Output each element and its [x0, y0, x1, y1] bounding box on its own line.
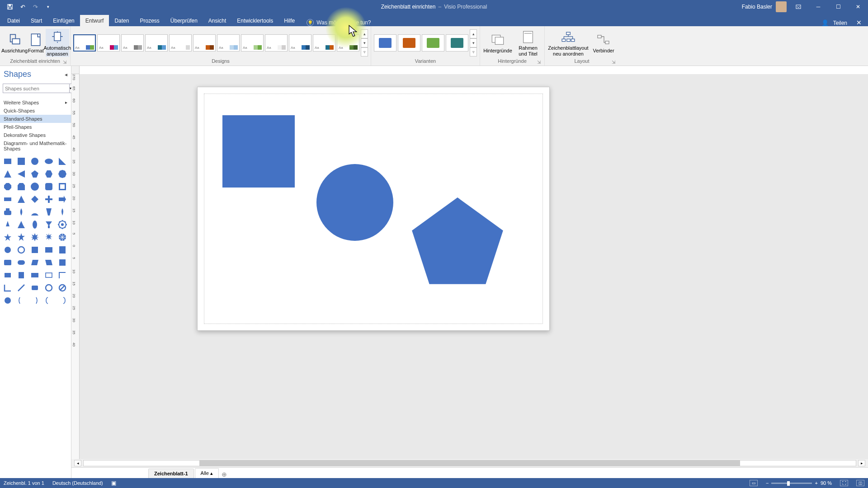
design-thumb-8[interactable]: Aa: [265, 34, 288, 52]
shape-item-33[interactable]: [44, 232, 54, 242]
shape-item-18[interactable]: [44, 194, 54, 204]
shape-item-13[interactable]: [44, 182, 54, 192]
shape-item-39[interactable]: [57, 245, 67, 255]
scroll-left[interactable]: ◂: [74, 460, 81, 466]
connectors-button[interactable]: Verbinder: [591, 32, 616, 54]
shape-item-4[interactable]: [57, 156, 67, 166]
shape-item-59[interactable]: [57, 296, 67, 305]
shape-item-0[interactable]: [3, 156, 13, 166]
add-page[interactable]: ⊕: [220, 471, 229, 478]
tab-entwicklertools[interactable]: Entwicklertools: [231, 15, 278, 26]
canvas[interactable]: [80, 74, 868, 459]
user-avatar[interactable]: [776, 1, 787, 12]
orientation-button[interactable]: Ausrichtung: [3, 32, 26, 54]
ribbon-close[interactable]: ✕: [852, 19, 866, 26]
variant-up[interactable]: ▴: [470, 29, 477, 38]
shape-item-32[interactable]: [30, 232, 40, 242]
qat-save[interactable]: [4, 0, 16, 14]
canvas-shape-circle[interactable]: [316, 164, 393, 241]
tab-einfügen[interactable]: Einfügen: [47, 15, 80, 26]
gallery-up[interactable]: ▴: [361, 29, 368, 38]
setup-dialog-launcher[interactable]: ⇲: [62, 58, 67, 64]
variant-0[interactable]: [374, 34, 396, 52]
scroll-right[interactable]: ▸: [858, 460, 865, 466]
zoom-value[interactable]: 90 %: [821, 480, 832, 486]
design-thumb-7[interactable]: Aa: [241, 34, 264, 52]
shape-item-21[interactable]: [16, 207, 26, 217]
zoom-slider[interactable]: [771, 483, 812, 484]
status-lang[interactable]: Deutsch (Deutschland): [52, 480, 103, 486]
design-thumb-4[interactable]: Aa: [169, 34, 192, 52]
stencil-diagramm-und-mathematik-shapes[interactable]: Diagramm- und Mathematik-Shapes: [0, 139, 71, 153]
shape-item-42[interactable]: [30, 258, 40, 267]
stencil-standard-shapes[interactable]: Standard-Shapes: [0, 115, 71, 123]
shape-item-46[interactable]: [16, 270, 26, 280]
shape-item-1[interactable]: [16, 156, 26, 166]
shape-item-38[interactable]: [44, 245, 54, 255]
shapes-collapse[interactable]: ◂: [65, 71, 67, 78]
format-button[interactable]: Format: [28, 32, 44, 54]
shape-item-29[interactable]: [57, 220, 67, 230]
variant-more[interactable]: ▿: [470, 47, 477, 56]
design-thumb-0[interactable]: Aa: [73, 34, 96, 52]
window-maximize[interactable]: ☐: [828, 0, 848, 14]
tab-datei[interactable]: Datei: [2, 15, 25, 26]
shape-item-50[interactable]: [3, 283, 13, 293]
shape-item-51[interactable]: [16, 283, 26, 293]
status-macro-icon[interactable]: ▣: [111, 480, 116, 486]
qat-undo[interactable]: ↶: [16, 0, 29, 14]
designs-gallery[interactable]: AaAaAaAaAaAaAaAaAaAaAaAa▴▾▿: [73, 29, 368, 56]
tab-entwurf[interactable]: Entwurf: [80, 15, 109, 26]
pan-zoom-window[interactable]: ◫: [856, 480, 864, 486]
stencil-weitere-shapes[interactable]: Weitere Shapes: [0, 99, 71, 107]
design-thumb-11[interactable]: Aa: [337, 34, 359, 52]
shape-item-58[interactable]: [44, 296, 54, 305]
canvas-shape-pentagon[interactable]: [408, 196, 507, 295]
shape-item-31[interactable]: [16, 232, 26, 242]
gallery-more[interactable]: ▿: [361, 47, 368, 56]
ribbon-display-options[interactable]: [788, 0, 808, 14]
shape-item-3[interactable]: [44, 156, 54, 166]
borders-titles-button[interactable]: Rahmen und Titel: [514, 29, 542, 57]
shape-item-24[interactable]: [57, 207, 67, 217]
gallery-down[interactable]: ▾: [361, 38, 368, 47]
design-thumb-10[interactable]: Aa: [313, 34, 335, 52]
page-tab[interactable]: Alle ▴: [195, 468, 219, 478]
fit-to-window[interactable]: ⛶: [840, 480, 848, 486]
variant-3[interactable]: [446, 34, 468, 52]
canvas-shape-rect[interactable]: [222, 115, 295, 188]
tab-ansicht[interactable]: Ansicht: [203, 15, 231, 26]
shapes-search-input[interactable]: [3, 84, 70, 93]
variant-1[interactable]: [398, 34, 420, 52]
tell-me-search[interactable]: 💡Was möchten Sie tun?: [307, 19, 371, 26]
shape-item-27[interactable]: [30, 220, 40, 230]
design-thumb-3[interactable]: Aa: [145, 34, 168, 52]
shape-item-49[interactable]: [57, 270, 67, 280]
shape-item-43[interactable]: [44, 258, 54, 267]
shape-item-44[interactable]: [57, 258, 67, 267]
shape-item-7[interactable]: [30, 169, 40, 179]
shape-item-45[interactable]: [3, 270, 13, 280]
shape-item-17[interactable]: [30, 194, 40, 204]
variant-down[interactable]: ▾: [470, 38, 477, 47]
shape-item-55[interactable]: [3, 296, 13, 305]
shape-item-14[interactable]: [57, 182, 67, 192]
shape-item-2[interactable]: [30, 156, 40, 166]
scroll-thumb[interactable]: [199, 460, 740, 466]
shape-item-16[interactable]: [16, 194, 26, 204]
shape-item-35[interactable]: [3, 245, 13, 255]
qat-redo[interactable]: ↷: [29, 0, 42, 14]
shape-item-10[interactable]: [3, 182, 13, 192]
tab-start[interactable]: Start: [25, 15, 47, 26]
backgrounds-dialog-launcher[interactable]: ⇲: [536, 58, 542, 64]
zoom-in[interactable]: +: [815, 480, 817, 486]
autofit-button[interactable]: Automatisch anpassen: [46, 29, 69, 57]
horizontal-scrollbar[interactable]: ◂ ▸: [71, 459, 868, 467]
tab-prozess[interactable]: Prozess: [134, 15, 165, 26]
qat-customize[interactable]: ▾: [42, 0, 54, 14]
shape-item-30[interactable]: [3, 232, 13, 242]
shape-item-54[interactable]: [57, 283, 67, 293]
tab-daten[interactable]: Daten: [109, 15, 134, 26]
shape-item-6[interactable]: [16, 169, 26, 179]
shape-item-47[interactable]: [30, 270, 40, 280]
